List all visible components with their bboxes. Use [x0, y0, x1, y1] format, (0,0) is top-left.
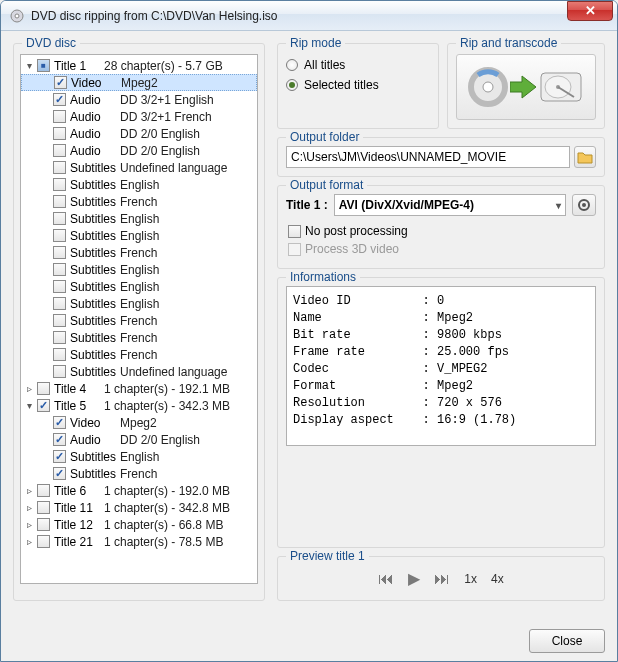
tree-checkbox[interactable]	[53, 246, 66, 259]
tree-checkbox[interactable]	[53, 450, 66, 463]
tree-row[interactable]: ▹AudioDD 2/0 English	[21, 142, 257, 159]
output-folder-input[interactable]: C:\Users\JM\Videos\UNNAMED_MOVIE	[286, 146, 570, 168]
tree-row[interactable]: ▹SubtitlesUndefined language	[21, 159, 257, 176]
process-3d-label: Process 3D video	[305, 242, 399, 256]
tree-row[interactable]: ▹SubtitlesFrench	[21, 244, 257, 261]
tree-row[interactable]: ▹Title 211 chapter(s) - 78.5 MB	[21, 533, 257, 550]
format-title-label: Title 1 :	[286, 198, 328, 212]
tree-checkbox[interactable]	[37, 59, 50, 72]
tree-row-value: English	[120, 450, 159, 464]
tree-row[interactable]: ▹Title 111 chapter(s) - 342.8 MB	[21, 499, 257, 516]
tree-row[interactable]: ▾Title 51 chapter(s) - 342.3 MB	[21, 397, 257, 414]
preview-prev-button[interactable]: ⏮	[378, 570, 394, 588]
tree-row[interactable]: ▹Title 61 chapter(s) - 192.0 MB	[21, 482, 257, 499]
tree-row-label: Audio	[70, 93, 120, 107]
tree-row[interactable]: ▹SubtitlesEnglish	[21, 448, 257, 465]
tree-row-label: Subtitles	[70, 365, 120, 379]
tree-checkbox[interactable]	[53, 263, 66, 276]
tree-checkbox[interactable]	[53, 416, 66, 429]
tree-row-label: Subtitles	[70, 229, 120, 243]
preview-play-button[interactable]: ▶	[408, 569, 420, 588]
collapse-icon[interactable]: ▾	[23, 400, 35, 411]
tree-checkbox[interactable]	[53, 331, 66, 344]
tree-checkbox[interactable]	[53, 178, 66, 191]
expand-icon[interactable]: ▹	[23, 502, 35, 513]
expand-icon[interactable]: ▹	[23, 485, 35, 496]
tree-row[interactable]: ▹SubtitlesFrench	[21, 329, 257, 346]
tree-checkbox[interactable]	[53, 229, 66, 242]
tree-row[interactable]: ▹SubtitlesFrench	[21, 465, 257, 482]
tree-checkbox[interactable]	[53, 93, 66, 106]
titlebar[interactable]: DVD disc ripping from C:\DVD\Van Helsing…	[1, 1, 617, 31]
tree-row[interactable]: ▹AudioDD 2/0 English	[21, 125, 257, 142]
svg-point-4	[483, 82, 493, 92]
tree-checkbox[interactable]	[53, 195, 66, 208]
tree-checkbox[interactable]	[37, 518, 50, 531]
tree-row[interactable]: ▹SubtitlesFrench	[21, 346, 257, 363]
tree-row[interactable]: ▾Title 128 chapter(s) - 5.7 GB	[21, 57, 257, 74]
tree-row[interactable]: ▹Title 41 chapter(s) - 192.1 MB	[21, 380, 257, 397]
tree-checkbox[interactable]	[53, 110, 66, 123]
tree-row[interactable]: ▹SubtitlesEnglish	[21, 227, 257, 244]
tree-checkbox[interactable]	[53, 297, 66, 310]
tree-row[interactable]: ▹SubtitlesEnglish	[21, 210, 257, 227]
no-post-processing-checkbox[interactable]: No post processing	[286, 224, 596, 238]
expand-icon[interactable]: ▹	[23, 519, 35, 530]
footer: Close	[1, 621, 617, 661]
tree-checkbox[interactable]	[53, 161, 66, 174]
window-close-button[interactable]: ✕	[567, 1, 613, 21]
tree-checkbox[interactable]	[53, 212, 66, 225]
tree-checkbox[interactable]	[37, 399, 50, 412]
tree-row[interactable]: ▹AudioDD 2/0 English	[21, 431, 257, 448]
tree-checkbox[interactable]	[37, 484, 50, 497]
tree-checkbox[interactable]	[53, 280, 66, 293]
tree-row[interactable]: ▹SubtitlesEnglish	[21, 176, 257, 193]
tree-checkbox[interactable]	[37, 535, 50, 548]
format-settings-button[interactable]	[572, 194, 596, 216]
tree-checkbox[interactable]	[53, 127, 66, 140]
tree-row[interactable]: ▹Title 121 chapter(s) - 66.8 MB	[21, 516, 257, 533]
tree-checkbox[interactable]	[53, 314, 66, 327]
tree-row[interactable]: ▹SubtitlesFrench	[21, 193, 257, 210]
close-button[interactable]: Close	[529, 629, 605, 653]
tree-checkbox[interactable]	[37, 382, 50, 395]
tree-row[interactable]: ▹VideoMpeg2	[21, 414, 257, 431]
tree-checkbox[interactable]	[53, 348, 66, 361]
tree-row[interactable]: ▹SubtitlesEnglish	[21, 261, 257, 278]
tree-row-value: French	[120, 246, 157, 260]
tree-row-label: Audio	[70, 127, 120, 141]
format-dropdown[interactable]: AVI (DivX/Xvid/MPEG-4)	[334, 194, 566, 216]
tree-checkbox[interactable]	[53, 433, 66, 446]
tree-row[interactable]: ▹SubtitlesFrench	[21, 312, 257, 329]
tree-row[interactable]: ▹SubtitlesEnglish	[21, 278, 257, 295]
expand-icon[interactable]: ▹	[23, 383, 35, 394]
preview-legend: Preview title 1	[286, 549, 369, 563]
tree-row-label: Title 5	[54, 399, 104, 413]
hdd-icon	[538, 67, 584, 107]
preview-speed-1x[interactable]: 1x	[464, 572, 477, 586]
info-group: Informations Video ID : 0 Name : Mpeg2 B…	[277, 277, 605, 548]
tree-row[interactable]: ▹AudioDD 3/2+1 French	[21, 108, 257, 125]
expand-icon[interactable]: ▹	[23, 536, 35, 547]
tree-row-value: Undefined language	[120, 365, 227, 379]
tree-checkbox[interactable]	[53, 144, 66, 157]
tree-checkbox[interactable]	[54, 76, 67, 89]
tree-checkbox[interactable]	[53, 365, 66, 378]
radio-all-titles[interactable]: All titles	[286, 58, 430, 72]
tree-row[interactable]: ▹AudioDD 3/2+1 English	[21, 91, 257, 108]
browse-folder-button[interactable]	[574, 146, 596, 168]
tree-row[interactable]: ▹SubtitlesUndefined language	[21, 363, 257, 380]
collapse-icon[interactable]: ▾	[23, 60, 35, 71]
radio-selected-titles[interactable]: Selected titles	[286, 78, 430, 92]
tree-row[interactable]: ▹SubtitlesEnglish	[21, 295, 257, 312]
transcode-button[interactable]	[456, 54, 596, 120]
disc-tree[interactable]: ▾Title 128 chapter(s) - 5.7 GB▹VideoMpeg…	[20, 54, 258, 584]
tree-row[interactable]: ▹VideoMpeg2	[21, 74, 257, 91]
tree-row-label: Audio	[70, 110, 120, 124]
preview-speed-4x[interactable]: 4x	[491, 572, 504, 586]
tree-row-value: English	[120, 178, 159, 192]
tree-checkbox[interactable]	[37, 501, 50, 514]
preview-next-button[interactable]: ⏭	[434, 570, 450, 588]
tree-row-value: English	[120, 212, 159, 226]
tree-checkbox[interactable]	[53, 467, 66, 480]
